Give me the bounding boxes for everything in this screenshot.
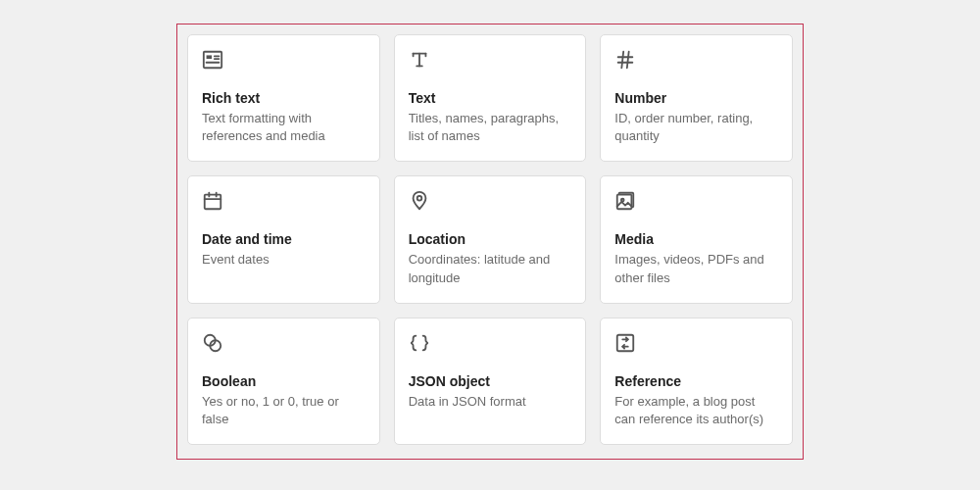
- boolean-icon: [202, 332, 366, 360]
- reference-icon: [614, 332, 778, 360]
- svg-line-13: [627, 52, 629, 69]
- svg-rect-20: [617, 195, 632, 210]
- card-desc: Titles, names, paragraphs, list of names: [409, 110, 572, 145]
- card-title: Boolean: [202, 373, 366, 389]
- svg-rect-24: [617, 335, 634, 352]
- field-type-boolean[interactable]: Boolean Yes or no, 1 or 0, true or false: [187, 318, 380, 445]
- field-type-json[interactable]: JSON object Data in JSON format: [394, 318, 587, 445]
- card-title: Location: [409, 231, 572, 247]
- card-desc: Coordinates: latitude and longitude: [409, 251, 572, 286]
- richtext-icon: [202, 49, 366, 76]
- svg-point-18: [416, 196, 421, 201]
- media-icon: [614, 190, 778, 218]
- card-desc: ID, order number, rating, quantity: [614, 110, 778, 145]
- card-title: Number: [614, 90, 778, 106]
- card-title: Media: [614, 231, 778, 247]
- card-desc: For example, a blog post can reference i…: [614, 393, 778, 428]
- text-icon: [409, 49, 572, 76]
- field-type-richtext[interactable]: Rich text Text formatting with reference…: [187, 34, 380, 162]
- field-type-location[interactable]: Location Coordinates: latitude and longi…: [394, 175, 587, 303]
- braces-icon: [409, 332, 572, 360]
- svg-rect-1: [207, 55, 213, 59]
- svg-line-12: [622, 52, 624, 69]
- card-title: Date and time: [202, 231, 366, 247]
- svg-rect-14: [205, 195, 221, 210]
- svg-rect-0: [204, 52, 221, 69]
- field-type-reference[interactable]: Reference For example, a blog post can r…: [600, 318, 793, 445]
- calendar-icon: [202, 190, 366, 218]
- card-title: Rich text: [202, 90, 366, 106]
- field-type-number[interactable]: Number ID, order number, rating, quantit…: [600, 34, 793, 162]
- card-title: JSON object: [409, 373, 572, 389]
- field-type-selector: Rich text Text formatting with reference…: [176, 24, 804, 460]
- card-desc: Text formatting with references and medi…: [202, 110, 366, 145]
- card-desc: Images, videos, PDFs and other files: [614, 251, 778, 286]
- field-type-media[interactable]: Media Images, videos, PDFs and other fil…: [600, 175, 793, 303]
- field-type-text[interactable]: Text Titles, names, paragraphs, list of …: [394, 34, 587, 162]
- card-title: Text: [409, 90, 572, 106]
- card-title: Reference: [614, 373, 778, 389]
- location-pin-icon: [409, 190, 572, 218]
- card-desc: Yes or no, 1 or 0, true or false: [202, 393, 366, 428]
- card-desc: Data in JSON format: [409, 393, 572, 411]
- number-icon: [614, 49, 778, 76]
- card-desc: Event dates: [202, 251, 366, 269]
- field-type-datetime[interactable]: Date and time Event dates: [187, 175, 380, 303]
- field-type-grid: Rich text Text formatting with reference…: [187, 34, 793, 445]
